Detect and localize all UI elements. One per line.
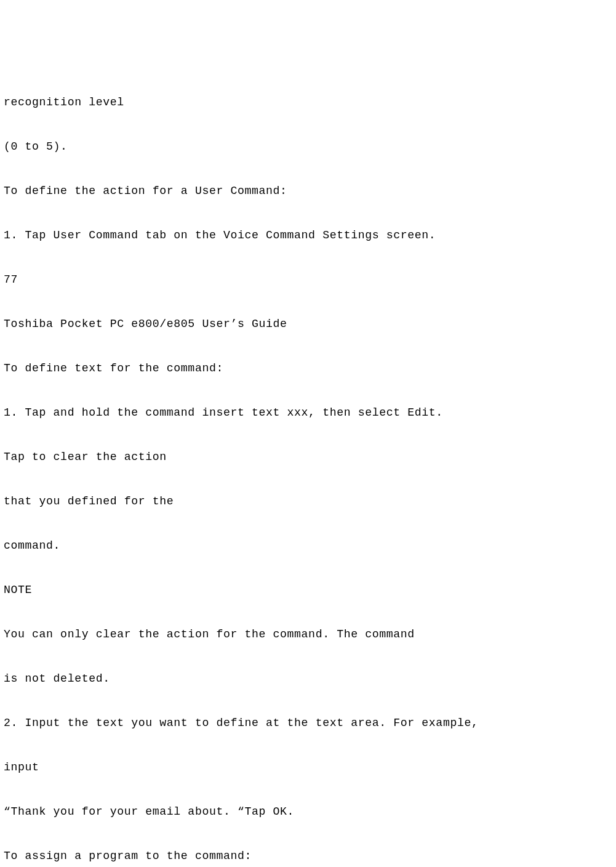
document-line: 1. Tap and hold the command insert text … bbox=[4, 401, 616, 424]
document-line: 1. Tap User Command tab on the Voice Com… bbox=[4, 224, 616, 246]
document-line: Tap to clear the action bbox=[4, 446, 616, 468]
document-line: 2. Input the text you want to define at … bbox=[4, 712, 616, 734]
document-line: that you defined for the bbox=[4, 490, 616, 512]
document-line: To define text for the command: bbox=[4, 357, 616, 379]
document-line: You can only clear the action for the co… bbox=[4, 623, 616, 645]
document-line: is not deleted. bbox=[4, 667, 616, 690]
document-line: (0 to 5). bbox=[4, 135, 616, 158]
document-line: Toshiba Pocket PC e800/e805 User’s Guide bbox=[4, 313, 616, 335]
document-line: “Thank you for your email about. “Tap OK… bbox=[4, 800, 616, 823]
document-line: recognition level bbox=[4, 91, 616, 113]
document-line: NOTE bbox=[4, 579, 616, 601]
document-line: To define the action for a User Command: bbox=[4, 180, 616, 202]
document-line: command. bbox=[4, 534, 616, 557]
document-line: To assign a program to the command: bbox=[4, 845, 616, 867]
document-line: 77 bbox=[4, 268, 616, 291]
document-line: input bbox=[4, 756, 616, 778]
